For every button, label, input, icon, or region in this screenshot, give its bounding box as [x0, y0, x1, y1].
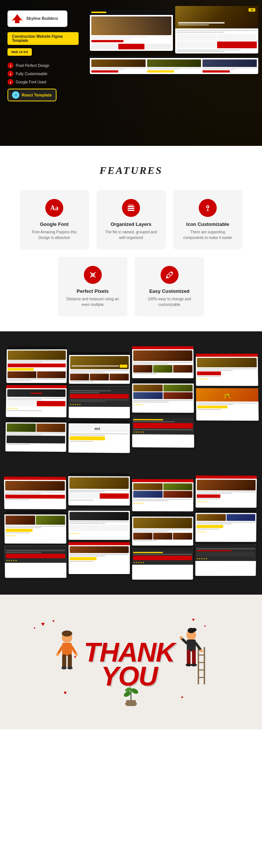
- feature-item-1: ▲ Pixel Perfect Design: [7, 62, 79, 68]
- features-row2: Perfect Pixels Distance and measure usin…: [11, 257, 251, 316]
- easy-customized-icon: [161, 266, 179, 284]
- svg-rect-30: [198, 669, 205, 671]
- svg-point-20: [67, 666, 73, 669]
- screenshot-thumb-3-3: ★★★★★: [132, 415, 194, 448]
- screenshot-thumb-4-2: 404: [196, 388, 259, 421]
- customisable-icon: ▲: [7, 71, 13, 77]
- pixel-icon: ▲: [7, 62, 13, 68]
- svg-point-11: [92, 274, 93, 276]
- screenshots-col-3: ★★★★☆ ★★★★★: [132, 346, 194, 454]
- svg-rect-18: [68, 654, 72, 668]
- brand-icon: [11, 13, 23, 25]
- thankyou-section: ♥ ♥ ♥ ♥ ♥ ♥ ♥: [0, 595, 262, 729]
- feature-card-title-1: Google Font: [27, 221, 82, 227]
- webui-badge: Web UI Kit: [7, 48, 32, 56]
- svg-marker-0: [13, 14, 22, 20]
- screenshot-thumb2-4-2: ★★★★☆: [195, 510, 256, 542]
- svg-point-43: [200, 649, 203, 652]
- feature-card-desc-3: There are supporting components to make …: [181, 229, 235, 240]
- perfect-pixels-icon: [84, 266, 102, 284]
- svg-point-15: [62, 631, 72, 637]
- font-icon: ▲: [7, 79, 13, 85]
- svg-point-38: [186, 663, 192, 666]
- screenshots-col2-1: ★★★★★ ★★★★★: [4, 477, 67, 580]
- react-icon: ⚛: [12, 91, 19, 99]
- svg-point-34: [192, 628, 196, 632]
- mock-header-1: [90, 10, 173, 15]
- stat-number: 35: [249, 8, 255, 12]
- feature-card-icon-customizable: Icon Customizable There are supporting c…: [173, 190, 243, 249]
- feature-card-title-5: Easy Customized: [142, 288, 196, 294]
- screenshot-thumb2-3-1: ★★★★★: [132, 479, 194, 511]
- feature-item-3: ▲ Google Font Used: [7, 79, 79, 85]
- svg-text:♥: ♥: [74, 655, 76, 659]
- feature-card-title-4: Perfect Pixels: [66, 288, 120, 294]
- react-label: React Template: [22, 93, 52, 97]
- organized-layers-icon: [122, 199, 140, 217]
- mock-body-1: [90, 15, 173, 51]
- screenshots-col-4: ★★★★★ 404: [196, 354, 259, 454]
- svg-point-19: [61, 666, 67, 669]
- heart-6: ♥: [64, 690, 67, 696]
- svg-rect-36: [187, 650, 191, 664]
- screenshot-thumb-1-2: ★★★★★: [6, 385, 67, 417]
- hero-mockups: 35: [86, 0, 262, 80]
- feature-card-desc-4: Distance and measure using an even multi…: [66, 296, 120, 307]
- feature-card-perfect-pixels: Perfect Pixels Distance and measure usin…: [58, 257, 127, 316]
- svg-rect-6: [128, 210, 134, 211]
- feature-card-title-2: Organized Layers: [104, 221, 158, 227]
- screenshots-grid-2: ★★★★★ ★★★★★: [0, 469, 262, 583]
- screenshot-thumb2-2-2: ★★★★☆: [68, 508, 130, 540]
- screenshot-thumb-1-1: [6, 346, 67, 383]
- screenshots-section-1: ★★★★★: [0, 331, 262, 467]
- feature-card-desc-5: 100% easy to change and customizable: [142, 296, 196, 307]
- hero-section: Skyline Builderz Construction Website Fi…: [0, 0, 262, 146]
- svg-text:♥: ♥: [129, 683, 131, 687]
- screenshot-thumb2-2-1: [68, 473, 130, 506]
- screenshot-thumb2-2-3: [68, 542, 130, 574]
- screenshot-thumb-4-1: ★★★★★: [196, 354, 258, 386]
- svg-point-39: [191, 663, 197, 666]
- screenshot-thumb2-1-3: ★★★★★: [4, 546, 66, 578]
- google-font-icon: Aa: [45, 199, 63, 217]
- features-title: FEATURES: [11, 165, 251, 177]
- svg-rect-4: [128, 206, 134, 207]
- screenshots-col-2: ★★★★★ 404: [68, 352, 130, 453]
- svg-point-12: [169, 274, 170, 276]
- screenshot-thumb-3-2: ★★★★☆: [132, 380, 194, 413]
- svg-text:404: 404: [94, 427, 100, 430]
- screenshot-thumb-3-1: [132, 346, 194, 378]
- svg-point-9: [207, 206, 208, 208]
- features-grid: Aa Google Font Free Amazing Poppins this…: [11, 190, 251, 249]
- heart-4: ♥: [192, 617, 195, 622]
- plant-svg: ♥: [122, 681, 140, 707]
- heart-5: ♥: [204, 625, 206, 628]
- feature-card-desc-1: Free Amazing Poppins this Design is attr…: [27, 229, 82, 240]
- screenshot-thumb-2-1: [69, 352, 130, 384]
- feature-card-desc-2: The file in named, grouped and well orga…: [104, 229, 158, 240]
- heart-1: ♥: [41, 621, 45, 628]
- feature-card-title-3: Icon Customizable: [181, 221, 235, 227]
- brand-logo: Skyline Builderz: [7, 10, 67, 27]
- icon-customizable-icon: [199, 199, 217, 217]
- svg-point-23: [56, 653, 59, 656]
- svg-rect-45: [126, 700, 136, 706]
- screenshot-thumb2-3-3: ★★★★★: [132, 548, 193, 580]
- screenshots-col-1: ★★★★★: [5, 346, 67, 453]
- svg-rect-27: [204, 647, 205, 684]
- features-section: FEATURES Aa Google Font Free Amazing Pop…: [0, 146, 262, 331]
- screenshot-thumb2-4-1: ★★★★★: [196, 475, 257, 507]
- heart-7: ♥: [181, 695, 183, 699]
- feature-card-organized-layers: Organized Layers The file in named, grou…: [97, 190, 166, 249]
- svg-rect-29: [198, 662, 205, 663]
- screenshot-thumb-1-3: [5, 419, 66, 452]
- screenshots-col2-2: ★★★★☆: [68, 473, 130, 580]
- screenshots-col2-4: ★★★★★ ★★★★☆: [195, 475, 257, 580]
- feature-card-google-font: Aa Google Font Free Amazing Poppins this…: [20, 190, 89, 249]
- screenshots-section-2: ★★★★★ ★★★★★: [0, 467, 262, 595]
- screenshot-thumb2-4-3: ★★★★★: [195, 544, 256, 576]
- brand-name: Skyline Builderz: [26, 16, 58, 21]
- svg-rect-17: [62, 654, 66, 668]
- feature-item-2: ▲ Fully Customisable: [7, 71, 79, 77]
- svg-point-48: [130, 687, 139, 695]
